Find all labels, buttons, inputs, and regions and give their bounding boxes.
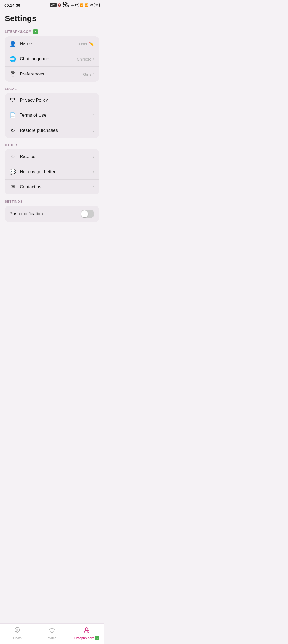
name-value: User: [79, 42, 87, 46]
chat-language-value: Chinese: [77, 57, 91, 61]
push-notification-row[interactable]: Push notification: [5, 206, 99, 222]
restore-label: Restore purchases: [20, 128, 58, 133]
edit-icon: ✏️: [89, 41, 94, 46]
preferences-row[interactable]: ⚧ Preferences Girls ›: [5, 67, 99, 82]
chat-language-row[interactable]: 🌐 Chat language Chinese ›: [5, 51, 99, 67]
contact-us-label: Contact us: [20, 184, 41, 190]
preferences-label: Preferences: [20, 71, 44, 77]
mail-icon: ✉: [10, 184, 16, 190]
privacy-policy-row[interactable]: 🛡 Privacy Policy ›: [5, 93, 99, 108]
page-title: Settings: [5, 14, 99, 23]
account-section: LITEAPKS.COM ✓ 👤 Name User ✏️ 🌐 Chat lan…: [5, 29, 99, 82]
globe-icon: 🌐: [10, 56, 16, 62]
chat-language-label: Chat language: [20, 56, 49, 62]
data-speed-icon: 4.00KB/S: [62, 2, 69, 8]
chevron-icon: ›: [93, 72, 94, 77]
account-section-label: LITEAPKS.COM ✓: [5, 29, 99, 34]
push-notification-toggle[interactable]: [81, 210, 94, 218]
settings-section: SETTINGS Push notification: [5, 200, 99, 222]
help-us-label: Help us get better: [20, 169, 55, 174]
rate-us-label: Rate us: [20, 154, 35, 159]
volte-icon: VoLTE: [70, 3, 79, 7]
privacy-policy-label: Privacy Policy: [20, 98, 48, 103]
legal-card: 🛡 Privacy Policy › 📄 Terms of Use › ↻ Re…: [5, 93, 99, 138]
chevron-icon: ›: [93, 169, 94, 174]
vpn-icon: VPN: [50, 3, 57, 7]
chevron-icon: ›: [93, 185, 94, 189]
chevron-icon: ›: [93, 98, 94, 103]
chat-bubble-icon: 💬: [10, 169, 16, 175]
person-icon: 👤: [10, 41, 16, 47]
chevron-icon: ›: [93, 57, 94, 61]
account-card: 👤 Name User ✏️ 🌐 Chat language Chinese ›: [5, 36, 99, 82]
preferences-value: Girls: [83, 72, 91, 77]
terms-of-use-row[interactable]: 📄 Terms of Use ›: [5, 108, 99, 123]
status-time: 05:14:36: [4, 3, 20, 7]
terms-label: Terms of Use: [20, 113, 46, 118]
shield-icon: 🛡: [10, 97, 16, 103]
chevron-icon: ›: [93, 128, 94, 133]
toggle-knob: [81, 210, 88, 217]
other-section: OTHER ☆ Rate us › 💬 Help us get better ›: [5, 143, 99, 194]
wifi-icon: 📶: [80, 3, 84, 7]
toggle-track[interactable]: [81, 210, 94, 218]
name-row[interactable]: 👤 Name User ✏️: [5, 36, 99, 51]
status-bar: 05:14:36 VPN 🔇 4.00KB/S VoLTE 📶 📶 5G 73: [0, 0, 104, 9]
name-label: Name: [20, 41, 32, 46]
legal-section-label: LEGAL: [5, 87, 99, 91]
status-icons: VPN 🔇 4.00KB/S VoLTE 📶 📶 5G 73: [50, 2, 100, 8]
chevron-icon: ›: [93, 154, 94, 159]
settings-card: Push notification: [5, 206, 99, 222]
restore-purchases-row[interactable]: ↻ Restore purchases ›: [5, 123, 99, 138]
chevron-icon: ›: [93, 113, 94, 118]
settings-section-label: SETTINGS: [5, 200, 99, 204]
contact-us-row[interactable]: ✉ Contact us ›: [5, 180, 99, 194]
5g-icon: 5G: [90, 4, 93, 7]
refresh-icon: ↻: [10, 127, 16, 134]
rate-us-row[interactable]: ☆ Rate us ›: [5, 149, 99, 164]
gender-icon: ⚧: [10, 71, 16, 77]
other-section-label: OTHER: [5, 143, 99, 147]
document-icon: 📄: [10, 112, 16, 118]
other-card: ☆ Rate us › 💬 Help us get better › ✉ Con…: [5, 149, 99, 194]
star-icon: ☆: [10, 153, 16, 160]
liteapks-check-icon: ✓: [33, 29, 38, 34]
signal-icon: 📶: [85, 3, 89, 7]
mute-icon: 🔇: [58, 3, 61, 7]
help-us-row[interactable]: 💬 Help us get better ›: [5, 164, 99, 180]
legal-section: LEGAL 🛡 Privacy Policy › 📄 Terms of Use …: [5, 87, 99, 138]
push-notification-label: Push notification: [10, 211, 43, 217]
battery-icon: 73: [94, 3, 100, 7]
page-content: Settings LITEAPKS.COM ✓ 👤 Name User ✏️ 🌐: [0, 9, 104, 249]
